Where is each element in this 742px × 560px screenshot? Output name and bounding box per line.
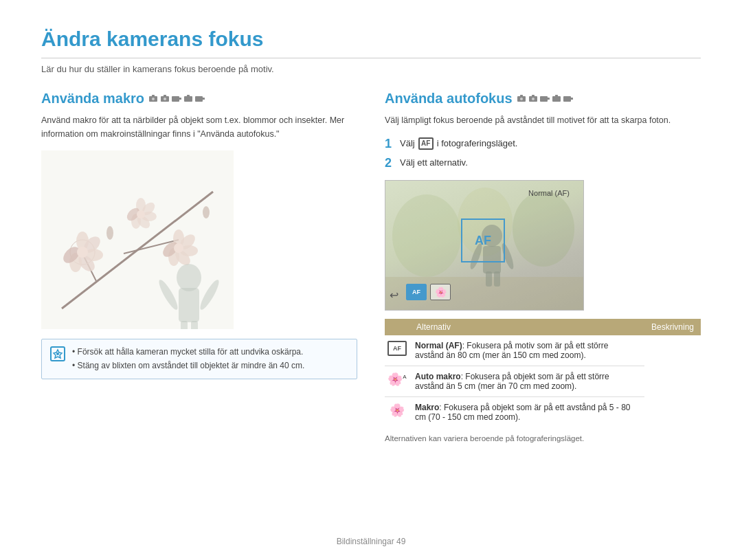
svg-point-23: [77, 247, 88, 258]
section-mode-icons: [148, 95, 205, 102]
svg-rect-55: [552, 96, 561, 102]
flower-svg: [41, 150, 234, 329]
mode-icon-4: [183, 95, 193, 102]
table-header-alt: Alternativ: [409, 319, 644, 335]
svg-point-38: [106, 226, 113, 240]
svg-point-5: [164, 98, 166, 100]
table-icon-macro: 🌸: [385, 397, 409, 428]
svg-rect-41: [179, 288, 199, 322]
step-2-text: Välj ett alternativ.: [400, 156, 468, 170]
right-section-mode-icons: [517, 95, 573, 102]
svg-rect-45: [191, 321, 198, 329]
svg-rect-48: [520, 95, 523, 96]
svg-rect-58: [570, 98, 573, 100]
step-1-text: Välj AF i fotograferingsläget.: [400, 137, 517, 151]
table-header-icon: [385, 319, 409, 335]
svg-rect-56: [555, 95, 558, 96]
table-row: 🌸 Makro: Fokusera på objekt som är på et…: [385, 397, 701, 428]
svg-rect-9: [187, 95, 190, 96]
table-icon-auto-macro: 🌸A: [385, 366, 409, 397]
table-desc-auto-macro: Auto makro: Fokusera på objekt som är på…: [409, 366, 644, 397]
table-header-desc: Beskrivning: [644, 319, 701, 335]
camera-screen: Normal (AF) AF AF 🌸 ↩: [385, 180, 584, 311]
af-bracket-label: AF: [475, 234, 491, 248]
macro-illustration: [41, 150, 234, 329]
screen-icon-af-active: AF: [406, 284, 427, 300]
mode-icon-1: [148, 95, 158, 102]
svg-rect-8: [184, 96, 192, 102]
svg-point-59: [392, 194, 461, 277]
page-footer: Bildinställningar 49: [0, 537, 742, 546]
svg-rect-67: [486, 271, 492, 287]
macro-icon: 🌸: [387, 403, 407, 418]
page-title: Ändra kamerans fokus: [41, 27, 701, 58]
left-section-body: Använd makro för att ta närbilder på obj…: [41, 113, 357, 141]
left-column: Använda makro Använd makro för att ta nä…: [41, 91, 357, 443]
auto-macro-icon: 🌸A: [387, 372, 407, 387]
table-desc-macro: Makro: Fokusera på objekt som är på ett …: [409, 397, 644, 428]
left-section-title: Använda makro: [41, 91, 357, 107]
svg-rect-4: [164, 95, 166, 96]
svg-point-40: [177, 264, 201, 291]
mode-icon-3: [172, 95, 181, 102]
svg-rect-54: [546, 98, 550, 100]
svg-rect-68: [494, 271, 500, 287]
step-1: 1 Välj AF i fotograferingsläget.: [385, 137, 701, 152]
mode-icon-5: [195, 95, 205, 102]
svg-point-60: [513, 191, 574, 267]
main-columns: Använda makro Använd makro för att ta nä…: [41, 91, 701, 443]
focus-table: Alternativ Beskrivning AF Normal (AF): F…: [385, 319, 701, 427]
af-icon-step1: AF: [418, 137, 434, 150]
svg-rect-11: [201, 98, 205, 100]
svg-rect-44: [181, 321, 188, 329]
svg-point-46: [56, 352, 59, 355]
screen-icon-macro: 🌸: [430, 284, 451, 300]
svg-point-52: [532, 98, 535, 100]
svg-rect-1: [152, 95, 155, 96]
step-2: 2 Välj ett alternativ.: [385, 156, 701, 171]
step-2-number: 2: [385, 156, 396, 171]
svg-point-49: [520, 98, 523, 100]
page-subtitle: Lär du hur du ställer in kamerans fokus …: [41, 64, 701, 74]
right-section-title: Använda autofokus: [385, 91, 701, 107]
mode-icon-2: [160, 95, 170, 102]
af-focus-icon: AF: [387, 341, 407, 356]
page-container: Ändra kamerans fokus Lär du hur du ställ…: [0, 0, 742, 463]
table-header-row: Alternativ Beskrivning: [385, 319, 701, 335]
table-icon-af: AF: [385, 335, 409, 366]
svg-rect-7: [178, 98, 181, 100]
screen-back-button[interactable]: ↩: [390, 289, 398, 302]
tip-icon: [50, 346, 65, 361]
table-row: 🌸A Auto makro: Fokusera på objekt som är…: [385, 366, 701, 397]
table-row: AF Normal (AF): Fokusera på motiv som är…: [385, 335, 701, 366]
screen-af-label: Normal (AF): [528, 189, 570, 197]
screen-bottom-icons: AF 🌸: [406, 284, 451, 300]
steps-container: 1 Välj AF i fotograferingsläget. 2 Välj …: [385, 137, 701, 170]
table-footnote: Alternativen kan variera beroende på fot…: [385, 434, 701, 443]
af-bracket: AF: [461, 219, 505, 262]
tip-bullet-2: • Stäng av blixten om avståndet till obj…: [72, 359, 304, 372]
svg-point-39: [203, 206, 210, 219]
svg-point-37: [137, 210, 145, 219]
tip-content: • Försök att hålla kameran mycket stilla…: [72, 345, 304, 373]
right-section-body: Välj lämpligt fokus beroende på avstånde…: [385, 113, 701, 127]
tip-box: • Försök att hålla kameran mycket stilla…: [41, 339, 357, 379]
svg-point-30: [174, 243, 183, 253]
right-column: Använda autofokus Välj lämpligt fokus be…: [385, 91, 701, 443]
svg-point-2: [152, 98, 155, 100]
step-1-number: 1: [385, 137, 396, 152]
tip-bullet-1: • Försök att hålla kameran mycket stilla…: [72, 345, 304, 359]
table-desc-af: Normal (AF): Fokusera på motiv som är på…: [409, 335, 644, 366]
svg-rect-51: [532, 95, 535, 96]
